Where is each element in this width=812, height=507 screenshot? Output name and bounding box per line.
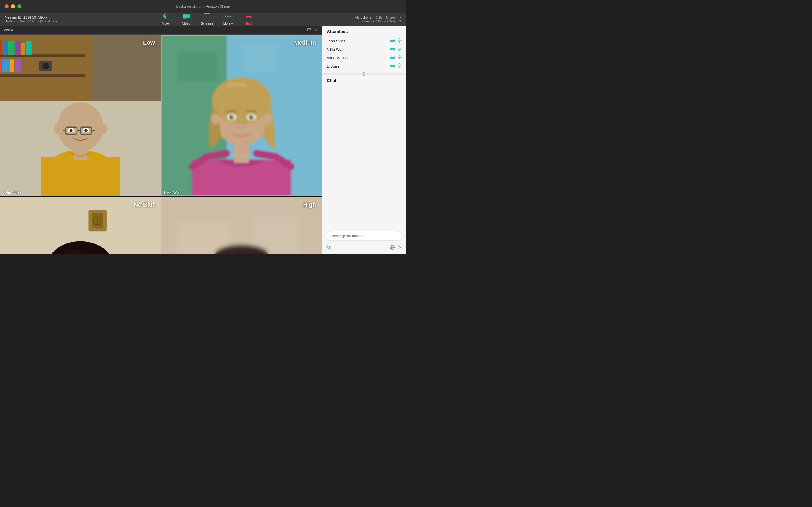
attendee-row: John Stiles — [327, 37, 401, 45]
svg-point-28 — [42, 63, 49, 69]
svg-marker-130 — [393, 65, 395, 67]
attendee-video-icon-akua[interactable] — [390, 56, 395, 60]
microphone-icon — [162, 13, 168, 21]
svg-rect-119 — [391, 48, 393, 50]
svg-rect-5 — [204, 14, 210, 18]
svg-rect-126 — [399, 55, 400, 58]
svg-marker-115 — [393, 40, 395, 42]
chat-input-box — [327, 231, 401, 240]
attendee-row: Akua Mansa — [327, 54, 401, 62]
more-button[interactable]: More ▾ — [221, 13, 235, 25]
attendee-mic-icon-akua[interactable] — [398, 55, 401, 61]
svg-marker-4 — [187, 14, 190, 18]
video-cell-nikki-wolf: Medium Nikki Wolf — [161, 35, 322, 196]
video-section: Video ✕ — [0, 25, 322, 253]
attendees-section: Attendees John Stiles — [322, 25, 406, 73]
svg-rect-18 — [3, 42, 7, 55]
participant-name-nikki: Nikki Wolf — [161, 188, 184, 196]
attendee-name-lijuan: Li Juan — [327, 64, 390, 68]
svg-rect-21 — [21, 43, 25, 55]
attendee-mic-icon-john[interactable] — [398, 38, 401, 44]
svg-rect-124 — [391, 57, 393, 59]
speaker-value: * Built-in Output — [376, 19, 398, 23]
attendee-row: Li Juan — [327, 62, 401, 70]
video-cell-john-stiles: Low John Stiles — [0, 35, 161, 196]
video-icon — [182, 13, 190, 21]
svg-rect-116 — [399, 39, 400, 41]
attendee-name-nikki: Nikki Wolf — [327, 47, 390, 52]
send-chevron-icon[interactable] — [397, 245, 402, 250]
attendee-video-icon-lijuan[interactable] — [390, 64, 395, 69]
close-video-icon[interactable]: ✕ — [314, 27, 318, 33]
participant-name-john: John Stiles — [0, 188, 24, 196]
video-grid: Low John Stiles — [0, 35, 322, 253]
svg-rect-20 — [15, 42, 20, 55]
more-chevron-icon: ▾ — [231, 22, 233, 25]
svg-marker-125 — [393, 56, 395, 59]
speaker-label: Speakers: — [360, 19, 375, 23]
microphone-chevron-icon[interactable]: ▾ — [400, 15, 401, 19]
svg-rect-121 — [399, 47, 400, 49]
blur-label-akua: No Blur — [134, 202, 155, 208]
screen-button[interactable]: Screen ▾ — [200, 13, 214, 25]
attendee-mic-icon-nikki[interactable] — [398, 47, 401, 52]
screen-chevron-icon: ▾ — [212, 22, 213, 25]
popout-icon[interactable] — [307, 27, 311, 33]
mute-button[interactable]: Mute — [158, 13, 172, 25]
traffic-lights — [5, 4, 21, 8]
svg-rect-129 — [391, 65, 393, 67]
video-header: Video ✕ — [0, 25, 322, 35]
svg-rect-22 — [25, 42, 31, 55]
attachment-icon[interactable]: 📎 — [326, 245, 332, 250]
svg-rect-0 — [165, 14, 166, 16]
attendee-video-icon-nikki[interactable] — [390, 47, 395, 52]
svg-point-44 — [54, 123, 61, 134]
svg-point-43 — [84, 129, 88, 132]
main-area: Video ✕ — [0, 25, 406, 253]
sidebar: Attendees John Stiles — [322, 25, 406, 253]
meeting-hosted: Hosted in: United States (N. California) — [5, 19, 60, 23]
microphone-value: * Built-in Microp... — [373, 16, 398, 19]
panel-divider[interactable]: ⟩⟩ — [322, 73, 406, 75]
svg-point-34 — [57, 102, 103, 152]
meeting-id[interactable]: Meeting ID: 1234 56 7890 ▾ — [5, 15, 60, 19]
chat-input-container: 📎 — [322, 226, 406, 253]
end-button[interactable]: End — [242, 13, 256, 25]
window-title: Background blur in Amazon Chime — [176, 4, 230, 8]
attendee-video-icon-john[interactable] — [390, 39, 395, 44]
svg-point-10 — [230, 15, 231, 17]
chat-section: Chat 📎 — [322, 75, 406, 253]
svg-rect-26 — [15, 59, 20, 72]
minimize-button[interactable] — [11, 4, 15, 8]
more-dots-icon — [224, 13, 231, 21]
close-button[interactable] — [5, 4, 9, 8]
meeting-info: Meeting ID: 1234 56 7890 ▾ Hosted in: Un… — [5, 15, 60, 23]
svg-rect-16 — [0, 74, 85, 77]
chat-input-field[interactable] — [331, 234, 397, 238]
blur-label-nikki: Medium — [294, 40, 316, 46]
attendee-row: Nikki Wolf — [327, 45, 401, 54]
chat-toolbar: 📎 — [325, 243, 403, 251]
maximize-button[interactable] — [17, 4, 21, 8]
svg-rect-19 — [8, 42, 15, 55]
svg-marker-120 — [393, 48, 395, 51]
svg-rect-24 — [2, 59, 9, 72]
attendee-name-akua: Akua Mansa — [327, 56, 390, 60]
video-cell-li-juan: High Li Juan — [161, 197, 322, 253]
blur-label-john: Low — [143, 40, 155, 46]
video-panel-title: Video — [3, 28, 13, 32]
video-cell-akua-mansa: No Blur Akua Mansa — [0, 197, 161, 253]
svg-rect-114 — [391, 40, 393, 42]
svg-point-9 — [227, 15, 229, 17]
svg-rect-3 — [183, 14, 187, 18]
globe-icon[interactable] — [390, 245, 395, 251]
attendee-mic-icon-lijuan[interactable] — [398, 63, 401, 69]
end-call-icon — [245, 13, 253, 21]
attendee-name-john: John Stiles — [327, 39, 390, 43]
speaker-chevron-icon[interactable]: ▾ — [400, 19, 401, 23]
chevron-down-icon: ▾ — [46, 16, 47, 19]
video-button[interactable]: Video — [179, 13, 193, 25]
svg-rect-131 — [399, 64, 400, 66]
chat-title: Chat — [322, 75, 406, 85]
svg-point-45 — [99, 123, 107, 134]
